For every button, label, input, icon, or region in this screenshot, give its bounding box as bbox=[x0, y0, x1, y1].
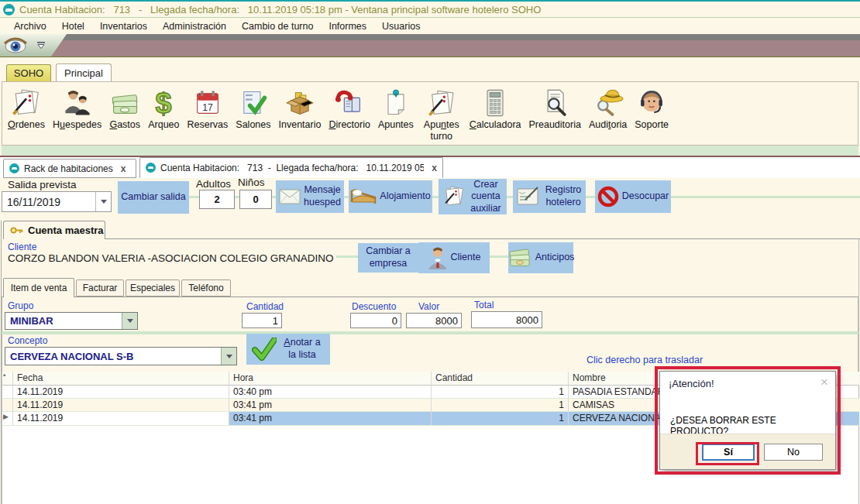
cambiar-a-empresa-button[interactable]: Cambiar a empresa bbox=[358, 243, 418, 273]
toolbar-calculadora-label: Calculadora bbox=[470, 119, 521, 131]
alojamiento-button[interactable]: Alojamiento bbox=[349, 180, 432, 213]
main-toolbar: Ordenes Huespedes bbox=[2, 81, 858, 146]
support-icon bbox=[636, 87, 667, 119]
close-icon[interactable]: × bbox=[820, 375, 828, 390]
key-icon bbox=[10, 225, 23, 235]
toolbar-huespedes-label: Huespedes bbox=[53, 119, 101, 131]
toolbar-reservas[interactable]: 17 Reservas bbox=[184, 85, 232, 132]
toolbar-apuntes-turno[interactable]: Apuntes turno bbox=[418, 85, 466, 144]
desocupar-label: Desocupar bbox=[622, 190, 669, 203]
toolbar-directorio[interactable]: Directorio bbox=[325, 85, 374, 132]
doc-tab-cuenta-habitacion[interactable]: Cuenta Habitacion: 713 - Llegada fecha/h… bbox=[139, 157, 443, 178]
grupo-combobox[interactable]: MINIBAR bbox=[5, 312, 138, 330]
total-field[interactable] bbox=[471, 311, 542, 328]
toolbar-arqueo[interactable]: $ Arqueo bbox=[144, 85, 183, 132]
yes-button[interactable]: Sí bbox=[702, 444, 755, 461]
toolbar-ordenes-label: Ordenes bbox=[8, 119, 45, 131]
toolbar-soporte[interactable]: Soporte bbox=[631, 85, 673, 132]
toolbar-directorio-label: Directorio bbox=[329, 119, 370, 131]
salida-prevista-label: Salida prevista bbox=[8, 179, 77, 190]
tab-soho[interactable]: SOHO bbox=[6, 64, 51, 81]
chevron-down-icon[interactable] bbox=[221, 348, 236, 365]
doc-tab-rack[interactable]: Rack de habitaciones x bbox=[3, 159, 136, 178]
no-button[interactable]: No bbox=[764, 444, 823, 461]
close-icon[interactable]: x bbox=[432, 163, 437, 173]
toolbar-calculadora[interactable]: Calculadora bbox=[466, 85, 525, 132]
concepto-combobox[interactable]: CERVEZA NACIONAL S-B bbox=[5, 347, 237, 365]
doc-tab-cuenta-label: Cuenta Habitacion: 713 - Llegada fecha/h… bbox=[160, 163, 424, 173]
eye-icon[interactable] bbox=[4, 37, 27, 53]
guests-icon bbox=[62, 87, 93, 119]
menu-usuarios[interactable]: Usuarios bbox=[374, 21, 428, 32]
audit-icon bbox=[593, 87, 624, 119]
tool-band-strip bbox=[0, 34, 860, 40]
menu-administracion[interactable]: Administración bbox=[155, 21, 234, 32]
toolbar-reservas-label: Reservas bbox=[187, 119, 229, 131]
toolbar-ordenes[interactable]: Ordenes bbox=[4, 85, 49, 132]
tab-cuenta-maestra[interactable]: Cuenta maestra bbox=[3, 221, 105, 239]
col-header-cantidad[interactable]: Cantidad bbox=[432, 372, 569, 386]
toolbar-salones[interactable]: Salones bbox=[232, 85, 274, 132]
col-header-hora[interactable]: Hora bbox=[229, 372, 432, 386]
dialog-footer: Sí No bbox=[660, 434, 835, 469]
dialog-title: ¡Atención! bbox=[669, 378, 714, 389]
toolbar-apuntes-turno-label: Apuntes turno bbox=[421, 119, 462, 142]
shift-notes-icon bbox=[426, 87, 457, 119]
menu-inventarios[interactable]: Inventarios bbox=[92, 21, 155, 32]
toolbar-apuntes[interactable]: Apuntes bbox=[374, 85, 418, 132]
anotar-a-la-lista-button[interactable]: Anotar a la lista bbox=[246, 334, 330, 365]
tab-principal[interactable]: Principal bbox=[56, 63, 112, 81]
crear-cuenta-auxiliar-button[interactable]: Crear cuenta auxiliar bbox=[439, 179, 507, 214]
ninos-field[interactable]: 0 bbox=[239, 190, 272, 209]
cliente-button[interactable]: Cliente bbox=[418, 242, 490, 273]
close-icon[interactable]: x bbox=[121, 163, 126, 174]
menu-cambio-de-turno[interactable]: Cambio de turno bbox=[234, 21, 321, 32]
descuento-field[interactable] bbox=[350, 313, 401, 328]
descuento-label: Descuento bbox=[352, 301, 396, 312]
chevron-down-icon[interactable] bbox=[122, 313, 137, 329]
registro-hotelero-button[interactable]: Registro hotelero bbox=[513, 180, 586, 213]
tab-especiales[interactable]: Especiales bbox=[126, 279, 180, 297]
no-entry-icon bbox=[597, 186, 619, 207]
salida-prevista-value: 16/11/2019 bbox=[2, 196, 95, 208]
orders-icon bbox=[11, 87, 42, 119]
menu-informes[interactable]: Informes bbox=[321, 21, 374, 32]
cambiar-salida-button[interactable]: Cambiar salida bbox=[118, 181, 189, 214]
row-marker-header: * bbox=[2, 372, 13, 386]
anotar-a-la-lista-label: Anotar a la lista bbox=[280, 337, 325, 361]
mensaje-huesped-button[interactable]: Mensaje huesped bbox=[276, 180, 344, 213]
col-header-fecha[interactable]: Fecha bbox=[13, 372, 229, 386]
menu-archivo[interactable]: Archivo bbox=[6, 21, 54, 32]
toolbar-huespedes[interactable]: Huespedes bbox=[49, 85, 105, 132]
tab-telefono[interactable]: Teléfono bbox=[181, 279, 231, 297]
title-bar: Cuenta Habitacion: 713 - Llegada fecha/h… bbox=[0, 2, 860, 18]
toolbar-inventario[interactable]: Inventario bbox=[275, 85, 325, 132]
tab-facturar[interactable]: Facturar bbox=[76, 279, 124, 297]
anticipos-button[interactable]: Anticipos bbox=[508, 242, 573, 273]
toolbar-gastos[interactable]: Gastos bbox=[105, 85, 144, 132]
tab-item-de-venta[interactable]: Item de venta bbox=[3, 278, 74, 297]
eye-dropdown-icon[interactable] bbox=[36, 42, 46, 49]
toolbar-salones-label: Salones bbox=[236, 119, 270, 131]
concepto-value: CERVEZA NACIONAL S-B bbox=[5, 351, 221, 362]
toolbar-auditoria[interactable]: Auditoria bbox=[585, 85, 631, 132]
menu-hotel[interactable]: Hotel bbox=[54, 21, 92, 32]
adultos-field[interactable]: 2 bbox=[199, 190, 235, 209]
directory-icon bbox=[334, 87, 365, 119]
person-icon bbox=[428, 246, 448, 269]
toolbar-inventario-label: Inventario bbox=[279, 119, 322, 131]
grupo-value: MINIBAR bbox=[5, 315, 122, 327]
cantidad-field[interactable] bbox=[242, 313, 282, 328]
salida-prevista-combobox[interactable]: 16/11/2019 bbox=[2, 191, 112, 212]
bed-icon bbox=[350, 187, 377, 207]
reservations-icon: 17 bbox=[192, 87, 223, 119]
toolbar-preauditoria[interactable]: Preauditoria bbox=[525, 85, 585, 132]
room-icon bbox=[9, 163, 19, 173]
valor-field[interactable] bbox=[406, 313, 462, 328]
chevron-down-icon[interactable] bbox=[95, 192, 111, 211]
crear-cuenta-auxiliar-label: Crear cuenta auxiliar bbox=[469, 179, 503, 215]
cambiar-salida-label: Cambiar salida bbox=[121, 191, 185, 204]
toolbar-apuntes-label: Apuntes bbox=[378, 119, 414, 131]
toolbar-auditoria-label: Auditoria bbox=[589, 119, 627, 131]
desocupar-button[interactable]: Desocupar bbox=[595, 180, 671, 213]
